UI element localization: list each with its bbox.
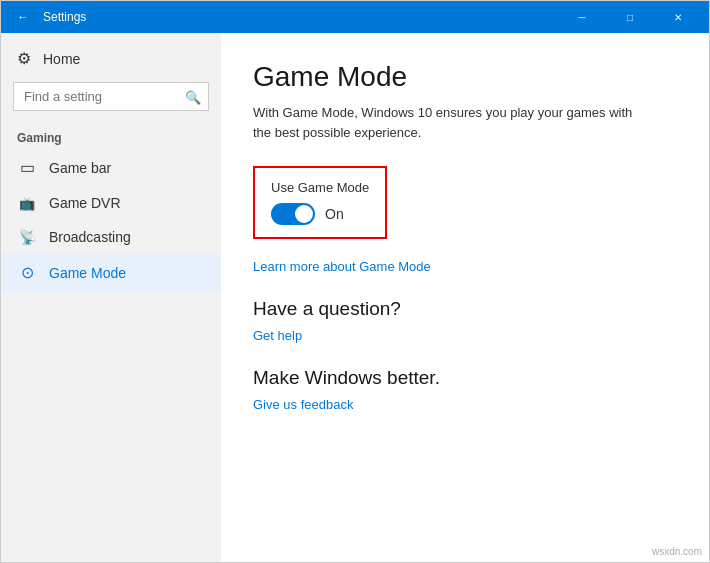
titlebar: ← Settings ─ □ ✕ — [1, 1, 709, 33]
search-input[interactable] — [13, 82, 209, 111]
broadcasting-icon: 📡 — [17, 229, 37, 245]
make-better-title: Make Windows better. — [253, 367, 677, 389]
feedback-link[interactable]: Give us feedback — [253, 397, 677, 412]
home-icon: ⚙ — [17, 49, 31, 68]
maximize-icon: □ — [627, 12, 633, 23]
sidebar-section-gaming: Gaming — [1, 123, 221, 149]
get-help-link[interactable]: Get help — [253, 328, 677, 343]
sidebar-item-label: Game DVR — [49, 195, 121, 211]
close-button[interactable]: ✕ — [655, 1, 701, 33]
game-bar-icon: ▭ — [17, 158, 37, 177]
maximize-button[interactable]: □ — [607, 1, 653, 33]
main-content: Game Mode With Game Mode, Windows 10 ens… — [221, 33, 709, 563]
toggle-label: Use Game Mode — [271, 180, 369, 195]
sidebar-item-game-bar[interactable]: ▭ Game bar — [1, 149, 221, 186]
sidebar-item-broadcasting[interactable]: 📡 Broadcasting — [1, 220, 221, 254]
back-button[interactable]: ← — [9, 3, 37, 31]
content-description: With Game Mode, Windows 10 ensures you p… — [253, 103, 633, 142]
sidebar-home-label: Home — [43, 51, 80, 67]
search-icon: 🔍 — [185, 89, 201, 104]
game-mode-icon: ⊙ — [17, 263, 37, 282]
close-icon: ✕ — [674, 12, 682, 23]
learn-more-link[interactable]: Learn more about Game Mode — [253, 259, 677, 274]
window-controls: ─ □ ✕ — [559, 1, 701, 33]
minimize-icon: ─ — [578, 12, 585, 23]
titlebar-title: Settings — [43, 10, 559, 24]
search-box: 🔍 — [13, 82, 209, 111]
game-dvr-icon: 📺 — [17, 196, 37, 211]
toggle-state: On — [325, 206, 344, 222]
sidebar-item-game-dvr[interactable]: 📺 Game DVR — [1, 186, 221, 220]
question-section-title: Have a question? — [253, 298, 677, 320]
sidebar-item-home[interactable]: ⚙ Home — [1, 41, 221, 76]
sidebar: ⚙ Home 🔍 Gaming ▭ Game bar 📺 Game DVR 📡 … — [1, 33, 221, 563]
sidebar-item-label: Broadcasting — [49, 229, 131, 245]
watermark: wsxdn.com — [652, 546, 702, 557]
sidebar-item-label: Game Mode — [49, 265, 126, 281]
toggle-row: On — [271, 203, 369, 225]
sidebar-item-label: Game bar — [49, 160, 111, 176]
app-body: ⚙ Home 🔍 Gaming ▭ Game bar 📺 Game DVR 📡 … — [1, 33, 709, 563]
sidebar-item-game-mode[interactable]: ⊙ Game Mode — [1, 254, 221, 291]
page-title: Game Mode — [253, 61, 677, 93]
minimize-button[interactable]: ─ — [559, 1, 605, 33]
game-mode-toggle[interactable] — [271, 203, 315, 225]
game-mode-toggle-section: Use Game Mode On — [253, 166, 387, 239]
back-icon: ← — [17, 10, 29, 24]
